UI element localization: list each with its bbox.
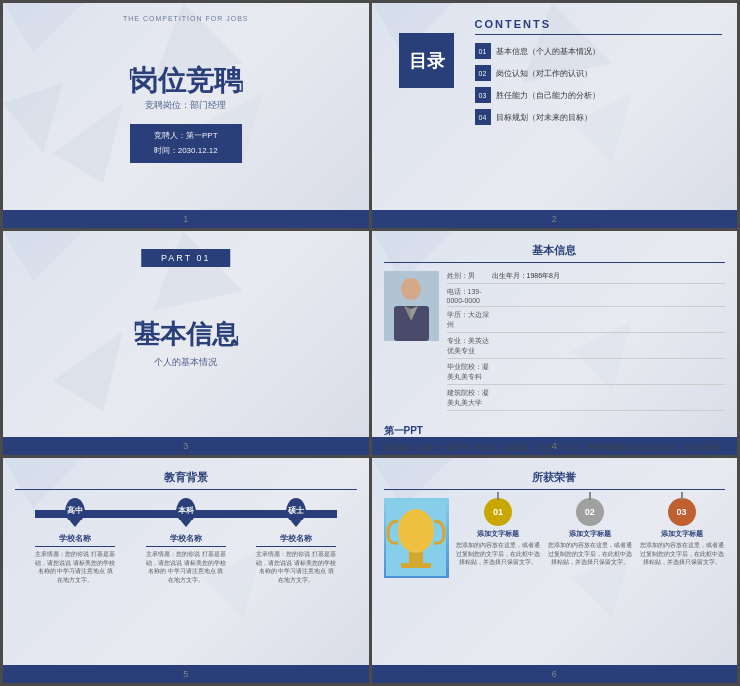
slide1-main-title: 岗位竞聘 (130, 67, 242, 95)
slide1-info-box: 竞聘人：第一PPT 时间：2030.12.12 (130, 124, 242, 163)
slide5-pin-label-1: 本科 (178, 505, 194, 516)
slide5-edu-desc-0: 主承情愿：您的你说 打基是基础，请您说说 请标美您的学校名称的 中学习请注意地点… (35, 550, 115, 584)
slide3-main-title: 基本信息 (134, 317, 238, 352)
slide4-bio: 自我描述：我是一个通言书，有吐让，乐观进上，从是产厂老人。携带我爱我迷你才抱让他… (384, 443, 726, 456)
slide5-edu-title-2: 学校名称 (280, 533, 312, 544)
slide5-pin-label-2: 硕士 (288, 505, 304, 516)
slide2-num-2: 02 (475, 65, 491, 81)
slide6-award-desc-2: 您添加的内容放在这里，或者通过复制您的文字后，在此框中选择粘贴，并选择只保留文字… (638, 541, 725, 566)
slide3-number: 3 (183, 441, 188, 451)
slide-2: 目录 CONTENTS 01 基本信息（个人的基本情况） 02 岗位认知（对工作… (372, 3, 738, 228)
slide-grid: THE COMPETITION FOR JOBS 岗位竞聘 竞聘岗位：部门经理 … (0, 0, 740, 686)
slide4-row-1: 电话：139-0000-0000 (447, 287, 726, 307)
slide2-text-1: 基本信息（个人的基本情况） (496, 46, 600, 57)
slide2-content: 目录 CONTENTS 01 基本信息（个人的基本情况） 02 岗位认知（对工作… (372, 3, 738, 228)
slide2-item-4: 04 目标规划（对未来的目标） (475, 109, 723, 125)
slide2-item-1: 01 基本信息（个人的基本情况） (475, 43, 723, 59)
slide6-medal-rank-1: 02 (585, 507, 595, 517)
slide6-medal-rank-2: 03 (677, 507, 687, 517)
slide5-edu-line-1 (146, 546, 226, 547)
slide6-awards-list: 01 添加文字标题 您添加的内容放在这里，或者通过复制您的文字后，在此框中选择粘… (455, 498, 726, 566)
slide2-num-1: 01 (475, 43, 491, 59)
slide2-left: 目录 (387, 13, 467, 218)
slide5-section-title: 教育背景 (15, 466, 357, 490)
slide6-award-title-0: 添加文字标题 (477, 529, 519, 539)
slide1-name: 竞聘人：第一PPT (150, 129, 222, 143)
slide-6: 所获荣誉 01 (372, 458, 738, 683)
slide4-row-5: 建筑院校：凝美丸美大学 (447, 388, 726, 411)
slide2-item-3: 03 胜任能力（自己能力的分析） (475, 87, 723, 103)
slide3-sub-title: 个人的基本情况 (134, 356, 238, 369)
slide6-award-1: 02 添加文字标题 您添加的内容放在这里，或者通过复制您的文字后，在此框中选择粘… (546, 498, 633, 566)
slide-4: 基本信息 姓别：男 (372, 231, 738, 456)
slide6-award-area: 01 添加文字标题 您添加的内容放在这里，或者通过复制您的文字后，在此框中选择粘… (384, 498, 726, 578)
slide6-award-title-2: 添加文字标题 (661, 529, 703, 539)
slide4-section-title: 基本信息 (384, 239, 726, 263)
slide6-medal-2: 03 (668, 498, 696, 526)
svg-marker-0 (3, 3, 83, 53)
slide4-label-3: 专业：美英达优美专业 (447, 336, 492, 356)
slide1-content: 岗位竞聘 竞聘岗位：部门经理 竞聘人：第一PPT 时间：2030.12.12 (130, 67, 242, 163)
slide6-medal-1: 02 (576, 498, 604, 526)
slide5-pin-0: 高中 (65, 498, 85, 522)
slide3-content: 基本信息 个人的基本情况 (134, 317, 238, 369)
slide3-part-label: PART 01 (141, 249, 231, 267)
slide4-info-area: 姓别：男 出生年月：1986年8月 电话：139-0000-0000 学历：大边… (384, 271, 726, 414)
slide4-val-0: 出生年月：1986年8月 (492, 271, 560, 281)
slide2-mulu-box: 目录 (399, 33, 454, 88)
slide5-edu-line-0 (35, 546, 115, 547)
svg-point-14 (401, 278, 421, 300)
slide2-num-4: 04 (475, 109, 491, 125)
slide2-right: CONTENTS 01 基本信息（个人的基本情况） 02 岗位认知（对工作的认识… (467, 13, 723, 218)
slide5-edu-track: 高中 学校名称 主承情愿：您的你说 打基是基础，请您说说 请标美您的学校名称的 … (15, 518, 357, 584)
slide6-award-0: 01 添加文字标题 您添加的内容放在这里，或者通过复制您的文字后，在此框中选择粘… (455, 498, 542, 566)
slide1-date: 时间：2030.12.12 (150, 144, 222, 158)
svg-point-25 (398, 509, 434, 553)
slide6-medal-rank-0: 01 (493, 507, 503, 517)
slide6-award-title-1: 添加文字标题 (569, 529, 611, 539)
slide-3: PART 01 基本信息 个人的基本情况 3 (3, 231, 369, 456)
slide2-text-2: 岗位认知（对工作的认识） (496, 68, 592, 79)
slide-5: 教育背景 高中 学校名称 主承情愿：您的你说 打基是基础，请您说说 请标美您的学… (3, 458, 369, 683)
slide2-contents-title: CONTENTS (475, 18, 723, 35)
slide4-row-4: 毕业院校：凝美丸美专科 (447, 362, 726, 385)
slide6-award-desc-0: 您添加的内容放在这里，或者通过复制您的文字后，在此框中选择粘贴，并选择只保留文字… (455, 541, 542, 566)
slide4-name: 第一PPT (384, 425, 423, 436)
slide4-row-0: 姓别：男 出生年月：1986年8月 (447, 271, 726, 284)
slide5-edu-1: 本科 学校名称 主承情愿：您的你说 打基是基础，请您说说 请标美您的学校名称的 … (146, 518, 226, 584)
slide2-text-3: 胜任能力（自己能力的分析） (496, 90, 600, 101)
slide4-label-0: 姓别：男 (447, 271, 492, 281)
slide4-label-5: 建筑院校：凝美丸美大学 (447, 388, 492, 408)
svg-marker-2 (53, 103, 123, 183)
slide5-edu-title-1: 学校名称 (170, 533, 202, 544)
slide5-edu-desc-2: 主承情愿：您的你说 打基是基础，请您说说 请标美您的学校名称的 中学习请注意地点… (256, 550, 336, 584)
slide1-sub-title: 竞聘岗位：部门经理 (130, 99, 242, 112)
slide5-content: 教育背景 高中 学校名称 主承情愿：您的你说 打基是基础，请您说说 请标美您的学… (3, 458, 369, 683)
slide6-content: 所获荣誉 01 (372, 458, 738, 683)
slide6-award-2: 03 添加文字标题 您添加的内容放在这里，或者通过复制您的文字后，在此框中选择粘… (638, 498, 725, 566)
slide4-label-4: 毕业院校：凝美丸美专科 (447, 362, 492, 382)
slide5-edu-0: 高中 学校名称 主承情愿：您的你说 打基是基础，请您说说 请标美您的学校名称的 … (35, 518, 115, 584)
svg-marker-10 (53, 331, 123, 411)
slide4-row-3: 专业：美英达优美专业 (447, 336, 726, 359)
svg-marker-3 (3, 83, 63, 153)
slide1-number: 1 (183, 214, 188, 224)
slide1-top-label: THE COMPETITION FOR JOBS (123, 15, 249, 22)
slide4-content: 基本信息 姓别：男 (372, 231, 738, 456)
slide5-pin-2: 硕士 (286, 498, 306, 522)
slide6-trophy (384, 498, 449, 578)
slide4-label-1: 电话：139-0000-0000 (447, 287, 492, 304)
slide4-row-2: 学历：大边深州 (447, 310, 726, 333)
svg-rect-24 (401, 563, 431, 568)
slide6-medal-0: 01 (484, 498, 512, 526)
slide5-edu-2: 硕士 学校名称 主承情愿：您的你说 打基是基础，请您说说 请标美您的学校名称的 … (256, 518, 336, 584)
slide2-num-3: 03 (475, 87, 491, 103)
slide2-item-2: 02 岗位认知（对工作的认识） (475, 65, 723, 81)
slide-1: THE COMPETITION FOR JOBS 岗位竞聘 竞聘岗位：部门经理 … (3, 3, 369, 228)
svg-marker-8 (3, 231, 83, 281)
slide6-section-title: 所获荣誉 (384, 466, 726, 490)
slide5-edu-line-2 (256, 546, 336, 547)
slide5-edu-title-0: 学校名称 (59, 533, 91, 544)
slide5-edu-desc-1: 主承情愿：您的你说 打基是基础，请您说说 请标美您的学校名称的 中学习请注意地点… (146, 550, 226, 584)
slide5-pin-1: 本科 (176, 498, 196, 522)
